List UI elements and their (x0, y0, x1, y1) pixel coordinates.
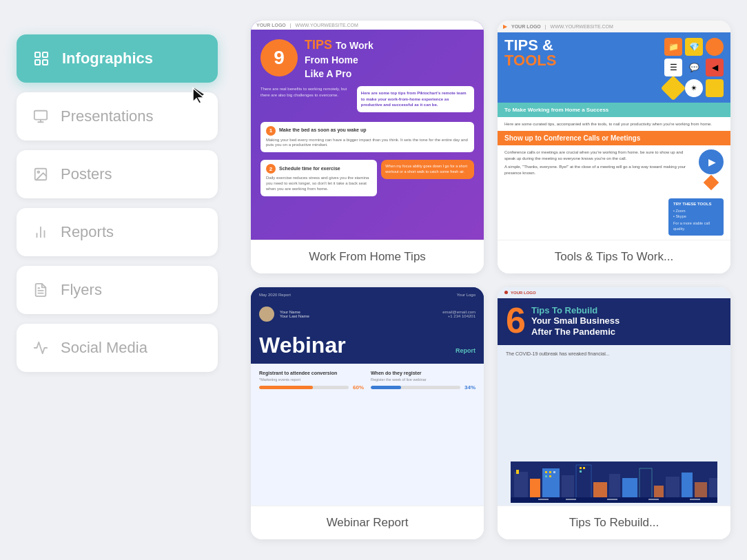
main-content: YOUR LOGO | WWW.YOURWEBSITE.COM 9 TIPS T… (234, 0, 747, 560)
city-svg (498, 448, 730, 503)
svg-rect-22 (580, 467, 582, 469)
sidebar-item-posters[interactable]: Posters (17, 150, 218, 198)
wfh-step2-title: Schedule time for exercise (279, 166, 340, 171)
sidebar-item-presentations[interactable]: Presentations (17, 92, 218, 141)
business-logo-text: YOUR LOGO (511, 291, 536, 295)
webinar-preview: May 2020 Report Your Logo Your Name Your… (251, 287, 484, 506)
tools-body: Here are some curated tips, accompanied … (498, 117, 730, 240)
wfh-logo-text: YOUR LOGO (256, 23, 286, 28)
wfh-step1: 1 Make the bed as soon as you wake up Ma… (251, 122, 484, 160)
webinar-body: Registrant to attendee conversion *Marke… (251, 364, 484, 506)
tools-play-area: ▶ (699, 149, 724, 195)
webinar-stat2-sub: Register the week of live webinar (371, 377, 475, 382)
svg-rect-4 (34, 111, 47, 120)
sidebar-item-label-flyers: Flyers (61, 281, 102, 299)
wfh-intro-left: There are real benefits to working remot… (260, 86, 351, 112)
webinar-header-bar: May 2020 Report Your Logo (251, 287, 484, 302)
tool-icon-square-yellow (706, 79, 724, 97)
sidebar-item-label-reports: Reports (61, 223, 114, 241)
tools-title-block: TIPS & TOOLS (504, 38, 660, 68)
wfh-intro-right: Here are some top tips from Piktochart's… (357, 86, 474, 112)
tools-subtitle: To Make Working from Home a Success (498, 103, 730, 117)
svg-rect-37 (545, 475, 547, 477)
wfh-step1-num: 1 (266, 126, 276, 136)
card-business[interactable]: YOUR LOGO 6 Tips To Rebuild Your Small B… (498, 287, 730, 540)
wfh-preview: YOUR LOGO | WWW.YOURWEBSITE.COM 9 TIPS T… (251, 21, 484, 240)
tool-icon-chat: 💬 (685, 59, 703, 76)
svg-rect-34 (545, 471, 547, 473)
wfh-title-block: TIPS To WorkFrom HomeLike A Pro (305, 38, 374, 81)
webinar-person-row: Your Name Your Last Name email@email.com… (251, 302, 484, 326)
business-title-line2: Your Small Business (531, 315, 620, 326)
tools-try-zoom: • Zoom (673, 208, 719, 214)
tools-conference-heading: Show up to Conference Calls or Meetings (498, 131, 730, 145)
tools-title-main: TIPS & (504, 38, 660, 53)
sidebar: Infographics Presentations Posters (0, 0, 234, 560)
wfh-step2-text: Daily exercise reduces stress and gives … (266, 176, 371, 191)
sidebar-item-infographics[interactable]: Infographics (17, 34, 218, 83)
webinar-card-label: Webinar Report (251, 506, 484, 539)
svg-rect-42 (607, 499, 617, 500)
wfh-header: 9 TIPS To WorkFrom HomeLike A Pro (251, 30, 484, 86)
webinar-stat1-sub: *Marketing events report (259, 377, 364, 382)
sidebar-item-reports[interactable]: Reports (17, 208, 218, 256)
wfh-step1-text: Making your bed every morning can have a… (266, 138, 469, 149)
tools-card-label: Tools & Tips To Work... (498, 240, 730, 273)
business-body-text: The COVID-19 outbreak has wreaked financ… (506, 351, 722, 357)
svg-rect-36 (553, 471, 555, 473)
webinar-stat1-bar-fill (259, 386, 313, 389)
webinar-stat2: When do they register Register the week … (371, 371, 475, 391)
tool-icon-folder: 📁 (664, 38, 682, 56)
webinar-person-lastname: Your Last Name (280, 314, 309, 318)
webinar-stat2-bar-row: 34% (371, 384, 475, 391)
tools-diamond-deco (704, 175, 719, 191)
card-webinar[interactable]: May 2020 Report Your Logo Your Name Your… (251, 287, 484, 540)
card-wfh-tips[interactable]: YOUR LOGO | WWW.YOURWEBSITE.COM 9 TIPS T… (251, 21, 484, 273)
sidebar-item-social-media[interactable]: Social Media (17, 324, 218, 372)
webinar-avatar (259, 307, 274, 322)
webinar-stat1-bar-outer (259, 386, 349, 389)
svg-point-8 (37, 171, 39, 173)
svg-rect-38 (549, 475, 551, 477)
sidebar-item-label-social-media: Social Media (61, 339, 147, 357)
tools-try-box: TRY THESE TOOLS • Zoom • Skype For a mor… (668, 198, 724, 236)
tool-icon-star: ✴ (685, 79, 703, 97)
business-dot (504, 291, 508, 294)
svg-rect-1 (43, 52, 48, 57)
webinar-person-info: Your Name Your Last Name (280, 310, 309, 318)
card-tools-tips[interactable]: ▶ YOUR LOGO | WWW.YOURWEBSITE.COM TIPS &… (498, 21, 730, 273)
wfh-separator: | (290, 23, 291, 28)
svg-rect-24 (580, 470, 582, 473)
wfh-website: WWW.YOURWEBSITE.COM (296, 23, 358, 28)
tool-icon-diamond2 (661, 76, 686, 101)
tools-play-button[interactable]: ▶ (699, 149, 724, 174)
tools-header: TIPS & TOOLS 📁 💎 ☰ 💬 ◀ ✴ (498, 32, 730, 103)
webinar-stat2-label: When do they register (371, 371, 475, 375)
webinar-stat2-pct: 34% (464, 384, 475, 391)
tool-icon-arrow: ◀ (706, 59, 724, 76)
svg-rect-0 (35, 52, 40, 57)
business-title-line3: After The Pandemic (531, 326, 620, 338)
webinar-stat1-bar-row: 60% (259, 384, 364, 391)
webinar-stat-row: Registrant to attendee conversion *Marke… (259, 371, 475, 391)
tools-title-tools: TOOLS (504, 53, 660, 68)
business-number: 6 (506, 302, 526, 338)
poster-icon (33, 167, 48, 182)
business-logo-bar: YOUR LOGO (498, 287, 730, 298)
webinar-date: May 2020 Report (259, 293, 291, 297)
wfh-tips-label: TIPS (305, 38, 336, 52)
business-card-label: Tips To Rebuild... (498, 506, 730, 539)
sidebar-item-flyers[interactable]: Flyers (17, 266, 218, 314)
tools-try-title: TRY THESE TOOLS (673, 202, 719, 206)
tools-preview: ▶ YOUR LOGO | WWW.YOURWEBSITE.COM TIPS &… (498, 21, 730, 240)
business-title-block: Tips To Rebuild Your Small Business Afte… (531, 305, 620, 338)
business-header: 6 Tips To Rebuild Your Small Business Af… (498, 298, 730, 345)
svg-rect-43 (648, 499, 659, 500)
sidebar-item-label-posters: Posters (61, 165, 112, 183)
chart-icon (33, 50, 50, 67)
svg-rect-3 (43, 60, 48, 65)
social-media-icon (33, 340, 48, 355)
webinar-stat2-bar-fill (371, 386, 401, 389)
wfh-intro-row: There are real benefits to working remot… (251, 86, 484, 116)
webinar-report-label: Report (456, 347, 475, 354)
